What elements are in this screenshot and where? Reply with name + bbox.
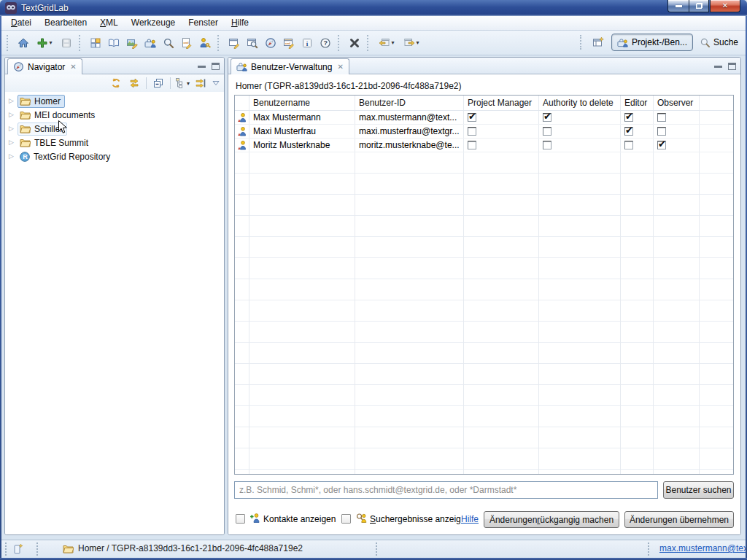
menu-item[interactable]: Fenster <box>182 16 225 30</box>
authority-to-delete-checkbox[interactable] <box>543 127 551 136</box>
user-account-link[interactable]: max.mustermann@textgrid.de <box>659 543 747 553</box>
table-row[interactable]: Moritz Musterknabe moritz.musterknabe@te… <box>235 139 733 152</box>
editor-tab-row: Benutzer-Verwaltung ✕ <box>228 58 740 74</box>
observer-checkbox[interactable] <box>657 127 666 136</box>
fast-view-button[interactable] <box>13 542 23 555</box>
view-menu-button[interactable] <box>211 75 221 91</box>
tab-close-icon[interactable]: ✕ <box>70 63 76 71</box>
observer-checkbox[interactable] <box>657 141 666 149</box>
tree-item[interactable]: ▷ R TextGrid Repository <box>5 149 224 163</box>
toolbar-separator <box>79 35 84 51</box>
column-editor[interactable]: Editor <box>621 96 654 110</box>
search-button[interactable] <box>159 34 177 52</box>
search-view-button[interactable] <box>243 34 261 52</box>
minimize-view-icon[interactable] <box>714 66 722 68</box>
save-button[interactable] <box>57 34 75 52</box>
tab-navigator[interactable]: Navigator ✕ <box>7 58 82 74</box>
authority-to-delete-checkbox[interactable] <box>543 113 551 122</box>
new-text-editor-button[interactable] <box>225 34 243 52</box>
xml-document-button[interactable]: xml <box>177 34 196 52</box>
user-icon <box>237 140 247 150</box>
column-project-manager[interactable]: Project Manager <box>464 96 539 110</box>
edit-image-button[interactable] <box>123 34 141 52</box>
expander-icon[interactable]: ▷ <box>5 112 18 118</box>
column-benutzer-id[interactable]: Benutzer-ID <box>355 96 464 110</box>
maximize-view-icon[interactable] <box>728 63 736 70</box>
perspective-bar: Projekt-/Ben... Suche <box>580 34 741 51</box>
go-into-button[interactable] <box>193 75 209 91</box>
project-manager-checkbox[interactable] <box>468 141 476 149</box>
aenderungen-uebernehmen-button[interactable]: Änderungen übernehmen <box>624 511 734 528</box>
info-button[interactable]: i <box>298 34 316 52</box>
help-icon: ? <box>320 37 331 49</box>
new-object-button[interactable]: ▾ <box>32 34 57 52</box>
user-admin-icon <box>617 37 628 48</box>
import-button[interactable]: ▾ <box>374 34 399 52</box>
title-bar: TextGridLab ✕ <box>0 0 747 16</box>
column-benutzername[interactable]: Benutzername <box>249 96 355 110</box>
perspective-toggle-suche[interactable]: Suche <box>697 36 741 50</box>
tree-item[interactable]: ▷ R Schiller <box>5 122 224 136</box>
hilfe-link[interactable]: Hilfe <box>461 514 479 524</box>
welcome-button[interactable] <box>86 34 104 52</box>
menu-item[interactable]: Hilfe <box>225 16 255 30</box>
editor-checkbox[interactable] <box>624 127 633 136</box>
minimize-view-icon[interactable] <box>198 66 206 68</box>
maximize-view-icon[interactable] <box>212 63 220 70</box>
open-perspective-button[interactable] <box>589 34 608 51</box>
help-button[interactable]: ? <box>316 34 334 52</box>
user-search-input[interactable] <box>234 481 658 499</box>
tree-item-label: Schiller <box>34 124 63 134</box>
home-button[interactable] <box>14 34 32 52</box>
statusbar-handle <box>376 542 377 556</box>
suchergebnisse-anzeigen-checkbox[interactable] <box>341 514 351 524</box>
refresh-button[interactable] <box>108 75 124 91</box>
collapse-all-button[interactable] <box>150 75 166 91</box>
expander-icon[interactable]: ▷ <box>5 153 18 160</box>
menu-item[interactable]: XML <box>93 16 125 30</box>
open-book-button[interactable] <box>104 34 123 52</box>
menu-item[interactable]: Bearbeiten <box>38 16 93 30</box>
user-admin-button[interactable] <box>141 34 159 52</box>
navigator-view-button[interactable] <box>261 34 279 52</box>
svg-text:R: R <box>23 153 28 160</box>
close-button[interactable]: ✕ <box>710 0 740 12</box>
menu-item[interactable]: Datei <box>4 16 38 30</box>
tab-close-icon[interactable]: ✕ <box>337 63 343 71</box>
menu-item[interactable]: Werkzeuge <box>125 16 182 30</box>
user-key-button[interactable] <box>196 34 214 52</box>
project-manager-checkbox[interactable] <box>468 127 476 136</box>
user-management-footer: Kontakte anzeigen Suchergebnisse anzeig … <box>234 510 734 529</box>
minimize-button[interactable] <box>667 0 689 12</box>
workspace: Navigator ✕ ▾ ▷ R Homer <box>1 55 746 540</box>
aenderungen-rueckgaengig-button[interactable]: Änderungen rückgangig machen <box>484 511 619 528</box>
xml-editor-button[interactable]: xml <box>279 34 298 52</box>
authority-to-delete-checkbox[interactable] <box>543 141 551 149</box>
column-observer[interactable]: Observer <box>654 96 700 110</box>
column-authority-to-delete[interactable]: Authority to delete <box>539 96 621 110</box>
editor-checkbox[interactable] <box>624 141 633 149</box>
kontakte-anzeigen-checkbox[interactable] <box>236 514 245 524</box>
expander-icon[interactable]: ▷ <box>5 125 18 132</box>
tree-layout-button[interactable]: ▾ <box>174 75 190 91</box>
tree-item[interactable]: ▷ R TBLE Summit <box>5 136 224 149</box>
observer-checkbox[interactable] <box>657 113 666 122</box>
expander-icon[interactable]: ▷ <box>5 139 18 146</box>
dropdown-caret-icon: ▾ <box>391 39 394 46</box>
project-manager-checkbox[interactable] <box>468 113 476 122</box>
table-row[interactable]: Maxi Musterfrau maxi.musterfrau@textgr..… <box>235 125 733 139</box>
tree-item[interactable]: ▷ R Homer <box>5 94 224 108</box>
export-button[interactable]: ▾ <box>399 34 424 52</box>
editor-checkbox[interactable] <box>624 113 633 122</box>
delete-button[interactable] <box>345 34 363 52</box>
statusbar-handle <box>36 542 38 556</box>
table-row[interactable]: Max Mustermann max.mustermann@text... <box>235 111 733 125</box>
tab-benutzer-verwaltung[interactable]: Benutzer-Verwaltung ✕ <box>231 58 349 74</box>
column-icon-spacer <box>235 96 249 110</box>
link-with-editor-button[interactable] <box>126 75 142 91</box>
expander-icon[interactable]: ▷ <box>5 98 18 104</box>
benutzer-suchen-button[interactable]: Benutzer suchen <box>663 481 734 499</box>
restore-button[interactable] <box>689 0 709 12</box>
perspective-toggle-projekt-benutzer[interactable]: Projekt-/Ben... <box>611 34 693 51</box>
tree-item[interactable]: ▷ R MEI documents <box>5 108 224 122</box>
